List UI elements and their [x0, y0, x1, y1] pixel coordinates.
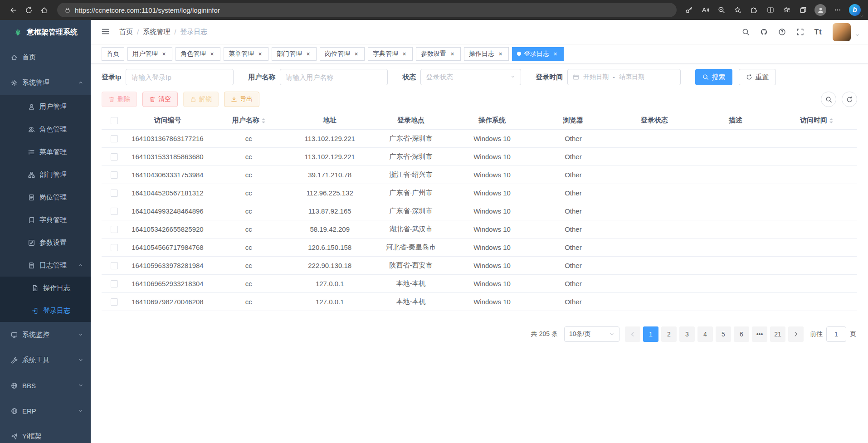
row-checkbox[interactable]: [111, 135, 118, 142]
sidebar-item-menu-management[interactable]: 菜单管理: [0, 141, 91, 163]
tab-operation-log[interactable]: 操作日志×: [464, 47, 509, 61]
row-checkbox[interactable]: [111, 226, 118, 233]
sidebar-item-login-log[interactable]: 登录日志: [0, 299, 91, 322]
tab-post-management[interactable]: 岗位管理×: [320, 47, 365, 61]
sidebar-item-erp[interactable]: ERP: [0, 398, 91, 424]
row-checkbox[interactable]: [111, 171, 118, 179]
site-info-lock-icon[interactable]: [64, 7, 71, 13]
close-tab-icon[interactable]: ×: [449, 50, 456, 58]
header-search-icon[interactable]: [737, 24, 754, 40]
sidebar-item-system-management[interactable]: 系统管理: [0, 70, 91, 95]
sidebar-item-operation-log[interactable]: 操作日志: [0, 277, 91, 299]
tab-home[interactable]: 首页: [102, 47, 124, 61]
browser-refresh-button[interactable]: [21, 2, 36, 18]
row-checkbox[interactable]: [111, 262, 118, 269]
copilot-button[interactable]: b: [847, 2, 863, 18]
clear-button[interactable]: 清空: [142, 92, 178, 107]
reset-button[interactable]: 重置: [739, 69, 776, 85]
close-tab-icon[interactable]: ×: [257, 50, 263, 58]
tab-param-settings[interactable]: 参数设置×: [416, 47, 461, 61]
close-tab-icon[interactable]: ×: [161, 50, 167, 58]
page-button-21[interactable]: 21: [770, 326, 785, 342]
address-bar[interactable]: https://ccnetcore.com:1101/system/log/lo…: [57, 3, 677, 17]
status-select[interactable]: 登录状态: [420, 69, 521, 85]
unlock-button[interactable]: 解锁: [183, 92, 219, 107]
refresh-table-button[interactable]: [842, 92, 857, 107]
sidebar-item-bbs[interactable]: BBS: [0, 373, 91, 398]
page-button-4[interactable]: 4: [697, 326, 713, 342]
sidebar-item-system-tools[interactable]: 系统工具: [0, 347, 91, 373]
row-checkbox[interactable]: [111, 298, 118, 306]
sidebar-item-system-monitor[interactable]: 系统监控: [0, 322, 91, 347]
ip-input[interactable]: [126, 69, 234, 85]
add-favorite-icon[interactable]: [731, 2, 745, 18]
pagination-next-button[interactable]: [788, 326, 804, 342]
sort-carets-icon[interactable]: [829, 118, 833, 123]
page-size-select[interactable]: 10条/页: [564, 326, 619, 342]
sidebar-item-yi-framework[interactable]: Yi框架: [0, 424, 91, 443]
page-button-1[interactable]: 1: [643, 326, 658, 342]
tab-dept-management[interactable]: 部门管理×: [272, 47, 317, 61]
sidebar-item-log-management[interactable]: 日志管理: [0, 254, 91, 277]
collapse-sidebar-button[interactable]: [97, 27, 114, 37]
username-input[interactable]: [280, 69, 388, 85]
browser-menu-icon[interactable]: [831, 2, 844, 18]
avatar[interactable]: [833, 23, 851, 41]
delete-button[interactable]: 删除: [102, 92, 137, 107]
breadcrumb-item[interactable]: 系统管理: [143, 28, 170, 36]
font-size-icon[interactable]: Tt: [810, 24, 826, 40]
collections-icon[interactable]: [796, 2, 810, 18]
column-header[interactable]: 用户名称: [208, 116, 289, 125]
sidebar-item-user-management[interactable]: 用户管理: [0, 95, 91, 118]
split-screen-icon[interactable]: [764, 2, 777, 18]
favorites-bar-icon[interactable]: [780, 2, 794, 18]
close-tab-icon[interactable]: ×: [353, 50, 360, 58]
column-header[interactable]: 访问时间: [776, 116, 857, 125]
tab-dict-management[interactable]: 字典管理×: [368, 47, 413, 61]
tab-role-management[interactable]: 角色管理×: [176, 47, 220, 61]
avatar-caret-icon[interactable]: [855, 33, 860, 38]
sidebar-item-param-settings[interactable]: 参数设置: [0, 231, 91, 254]
pagination-prev-button[interactable]: [625, 326, 640, 342]
help-icon[interactable]: [774, 24, 790, 40]
close-tab-icon[interactable]: ×: [209, 50, 215, 58]
select-all-checkbox[interactable]: [111, 117, 118, 124]
search-button[interactable]: 搜索: [695, 69, 732, 85]
browser-back-button[interactable]: [5, 2, 21, 18]
pagination-more-button[interactable]: •••: [752, 326, 767, 342]
sidebar-item-dept-management[interactable]: 部门管理: [0, 163, 91, 186]
page-button-2[interactable]: 2: [661, 326, 677, 342]
close-tab-icon[interactable]: ×: [305, 50, 312, 58]
password-key-icon[interactable]: [682, 2, 696, 18]
github-icon[interactable]: [756, 24, 772, 40]
close-tab-icon[interactable]: ×: [401, 50, 408, 58]
close-tab-icon[interactable]: ×: [497, 50, 504, 58]
read-aloud-icon[interactable]: [698, 2, 712, 18]
sort-carets-icon[interactable]: [262, 118, 265, 123]
tab-user-management[interactable]: 用户管理×: [127, 47, 172, 61]
sidebar-item-dict-management[interactable]: 字典管理: [0, 209, 91, 231]
toggle-search-button[interactable]: [821, 92, 836, 107]
row-checkbox[interactable]: [111, 190, 118, 197]
row-checkbox[interactable]: [111, 244, 118, 251]
row-checkbox[interactable]: [111, 208, 118, 215]
sidebar-item-home[interactable]: 首页: [0, 44, 91, 70]
tab-login-log[interactable]: 登录日志×: [512, 47, 564, 61]
browser-profile-icon[interactable]: [814, 4, 826, 16]
page-button-5[interactable]: 5: [716, 326, 731, 342]
close-tab-icon[interactable]: ×: [552, 50, 559, 58]
row-checkbox[interactable]: [111, 153, 118, 161]
sidebar-item-role-management[interactable]: 角色管理: [0, 118, 91, 141]
fullscreen-icon[interactable]: [792, 24, 808, 40]
zoom-icon[interactable]: [715, 2, 728, 18]
export-button[interactable]: 导出: [224, 92, 259, 107]
tab-menu-management[interactable]: 菜单管理×: [224, 47, 268, 61]
extensions-icon[interactable]: [747, 2, 761, 18]
sidebar-item-post-management[interactable]: 岗位管理: [0, 186, 91, 209]
goto-page-input[interactable]: [826, 326, 846, 342]
date-range-picker[interactable]: 开始日期 - 结束日期: [567, 69, 681, 85]
page-button-6[interactable]: 6: [734, 326, 749, 342]
page-button-3[interactable]: 3: [679, 326, 695, 342]
browser-home-button[interactable]: [36, 2, 52, 18]
breadcrumb-item[interactable]: 首页: [119, 28, 133, 36]
